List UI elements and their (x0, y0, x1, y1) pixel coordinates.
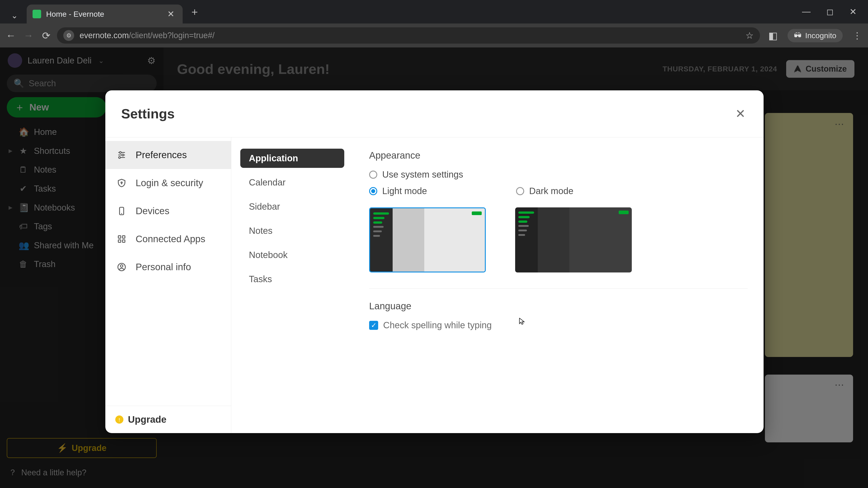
window-controls: — ◻ ✕ (802, 7, 868, 17)
radio-label: Light mode (382, 186, 427, 196)
maximize-button[interactable]: ◻ (827, 7, 834, 17)
browser-tabstrip: ⌄ Home - Evernote ✕ ＋ — ◻ ✕ (0, 0, 868, 24)
url-text: evernote.com/client/web?login=true#/ (80, 31, 215, 40)
new-tab-button[interactable]: ＋ (183, 5, 207, 19)
chevron-down-icon: ⌄ (11, 11, 18, 20)
radio-label: Use system settings (382, 169, 463, 180)
modal-title: Settings (121, 106, 175, 122)
category-login-security[interactable]: Login & security (105, 169, 231, 197)
app-viewport: Good evening, Lauren! THURSDAY, FEBRUARY… (0, 47, 868, 488)
incognito-icon: 🕶 (794, 31, 802, 40)
sliders-icon (115, 149, 128, 161)
svg-rect-11 (118, 240, 121, 242)
svg-point-6 (121, 182, 122, 183)
radio-icon (516, 187, 524, 195)
address-bar[interactable]: ⚙ evernote.com/client/web?login=true#/ ☆ (57, 27, 760, 43)
settings-upgrade-button[interactable]: ↑ Upgrade (105, 406, 231, 433)
radio-dark-mode[interactable]: Dark mode (516, 186, 663, 196)
checkbox-label: Check spelling while typing (383, 320, 492, 330)
subnav-tasks[interactable]: Tasks (240, 269, 344, 289)
settings-subnav: Application Calendar Sidebar Notes Noteb… (231, 137, 353, 433)
category-label: Login & security (135, 177, 203, 188)
site-info-icon[interactable]: ⚙ (63, 30, 74, 41)
category-personal-info[interactable]: Personal info (105, 253, 231, 281)
bookmark-star-icon[interactable]: ☆ (745, 30, 754, 41)
apps-grid-icon (115, 233, 128, 246)
category-label: Preferences (135, 150, 187, 160)
shield-icon (115, 177, 128, 189)
svg-rect-12 (123, 240, 125, 242)
incognito-indicator[interactable]: 🕶 Incognito (787, 29, 843, 42)
svg-rect-10 (123, 236, 125, 238)
upgrade-label: Upgrade (128, 414, 166, 425)
svg-rect-9 (118, 236, 121, 238)
close-tab-button[interactable]: ✕ (165, 8, 177, 20)
subnav-application[interactable]: Application (240, 149, 344, 168)
divider (369, 288, 748, 289)
svg-point-14 (121, 265, 123, 267)
minimize-button[interactable]: — (802, 7, 811, 17)
devices-icon (115, 205, 128, 217)
theme-preview-light[interactable] (369, 207, 486, 272)
settings-modal: Settings ✕ Preferences Login & security (105, 90, 764, 433)
checkbox-icon: ✓ (369, 321, 378, 330)
theme-preview-dark[interactable] (515, 207, 632, 272)
tab-search-button[interactable]: ⌄ (2, 8, 27, 24)
browser-menu-button[interactable]: ⋮ (850, 30, 864, 41)
category-preferences[interactable]: Preferences (105, 141, 231, 169)
radio-icon (369, 187, 377, 195)
back-button[interactable]: ← (4, 29, 18, 42)
radio-label: Dark mode (529, 186, 574, 196)
radio-icon (369, 170, 377, 179)
person-icon (115, 261, 128, 273)
reload-button[interactable]: ⟳ (39, 29, 53, 42)
category-label: Personal info (135, 262, 191, 272)
subnav-notebook[interactable]: Notebook (240, 246, 344, 265)
side-panel-icon[interactable]: ◧ (766, 29, 780, 42)
subnav-sidebar[interactable]: Sidebar (240, 197, 344, 216)
bolt-icon: ↑ (115, 416, 123, 424)
category-label: Connected Apps (135, 234, 205, 245)
svg-point-1 (119, 152, 121, 153)
browser-tab[interactable]: Home - Evernote ✕ (27, 4, 183, 24)
category-devices[interactable]: Devices (105, 197, 231, 225)
forward-button[interactable]: → (22, 29, 35, 42)
settings-categories: Preferences Login & security Devices (105, 137, 231, 433)
browser-toolbar: ← → ⟳ ⚙ evernote.com/client/web?login=tr… (0, 24, 868, 47)
category-label: Devices (135, 205, 169, 217)
close-modal-button[interactable]: ✕ (733, 104, 748, 123)
subnav-calendar[interactable]: Calendar (240, 173, 344, 192)
subnav-notes[interactable]: Notes (240, 221, 344, 240)
tab-title: Home - Evernote (46, 10, 160, 19)
radio-use-system[interactable]: Use system settings (369, 169, 663, 180)
svg-point-5 (119, 157, 121, 158)
settings-content: Appearance Use system settings Light mod… (353, 137, 764, 433)
section-language-title: Language (369, 301, 748, 312)
incognito-label: Incognito (805, 31, 836, 40)
section-appearance-title: Appearance (369, 150, 748, 161)
checkbox-spellcheck[interactable]: ✓ Check spelling while typing (369, 320, 748, 330)
evernote-favicon-icon (33, 10, 41, 18)
category-connected-apps[interactable]: Connected Apps (105, 225, 231, 253)
close-window-button[interactable]: ✕ (849, 7, 857, 17)
modal-header: Settings ✕ (105, 90, 764, 137)
radio-light-mode[interactable]: Light mode (369, 186, 516, 196)
svg-point-3 (122, 154, 124, 156)
